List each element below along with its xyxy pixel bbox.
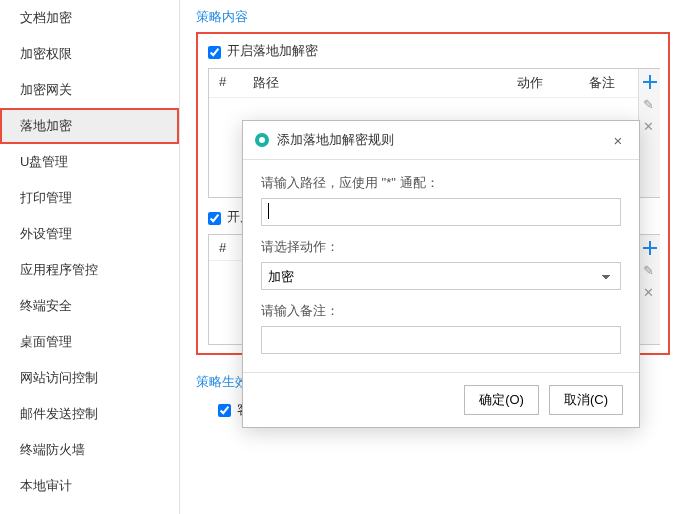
close-icon[interactable]: ×	[609, 132, 627, 149]
sidebar-item-print[interactable]: 打印管理	[0, 180, 179, 216]
action-select[interactable]: 加密	[261, 262, 621, 290]
enable-landing-label: 开启落地加解密	[227, 42, 318, 60]
sidebar-item-encrypt-gateway[interactable]: 加密网关	[0, 72, 179, 108]
dialog-body: 请输入路径，应使用 "*" 通配： 请选择动作： 加密 请输入备注：	[243, 160, 639, 372]
th-hash: #	[219, 74, 253, 92]
sidebar: 文档加密 加密权限 加密网关 落地加密 U盘管理 打印管理 外设管理 应用程序管…	[0, 0, 180, 514]
add-icon[interactable]	[643, 75, 657, 89]
edit-icon[interactable]	[643, 97, 657, 111]
section-title-policy: 策略内容	[196, 8, 670, 26]
path-label: 请输入路径，应使用 "*" 通配：	[261, 174, 621, 192]
sidebar-item-doc-encrypt[interactable]: 文档加密	[0, 0, 179, 36]
add-rule-dialog: 添加落地加解密规则 × 请输入路径，应使用 "*" 通配： 请选择动作： 加密 …	[242, 120, 640, 428]
ok-button[interactable]: 确定(O)	[464, 385, 539, 415]
enable-landing-checkbox[interactable]	[208, 46, 221, 59]
remark-label: 请输入备注：	[261, 302, 621, 320]
table-side-toolbar	[638, 69, 660, 197]
sidebar-item-app-control[interactable]: 应用程序管控	[0, 252, 179, 288]
cancel-button[interactable]: 取消(C)	[549, 385, 623, 415]
th-path: 路径	[253, 74, 517, 92]
sidebar-item-encrypt-perm[interactable]: 加密权限	[0, 36, 179, 72]
remark-input[interactable]	[261, 326, 621, 354]
edit-icon[interactable]	[643, 263, 657, 277]
sidebar-item-landing-encrypt[interactable]: 落地加密	[0, 108, 179, 144]
table-side-toolbar-2	[638, 235, 660, 344]
delete-icon[interactable]	[643, 119, 657, 133]
dialog-icon	[255, 133, 269, 147]
sidebar-item-local-audit[interactable]: 本地审计	[0, 468, 179, 504]
sidebar-item-web-access[interactable]: 网站访问控制	[0, 360, 179, 396]
sidebar-item-mail[interactable]: 邮件发送控制	[0, 396, 179, 432]
dialog-title: 添加落地加解密规则	[277, 131, 609, 149]
enable-second-checkbox[interactable]	[208, 212, 221, 225]
sidebar-item-usb[interactable]: U盘管理	[0, 144, 179, 180]
enable-landing-row: 开启落地加解密	[208, 42, 660, 68]
sidebar-item-desktop[interactable]: 桌面管理	[0, 324, 179, 360]
table-header: # 路径 动作 备注	[209, 69, 659, 97]
sidebar-item-terminal-security[interactable]: 终端安全	[0, 288, 179, 324]
client-online-checkbox[interactable]	[218, 404, 231, 417]
action-label: 请选择动作：	[261, 238, 621, 256]
dialog-header: 添加落地加解密规则 ×	[243, 121, 639, 160]
dialog-footer: 确定(O) 取消(C)	[243, 372, 639, 427]
delete-icon[interactable]	[643, 285, 657, 299]
sidebar-item-net-audit[interactable]: 网络审计	[0, 504, 179, 514]
add-icon[interactable]	[643, 241, 657, 255]
path-input[interactable]	[261, 198, 621, 226]
sidebar-item-peripheral[interactable]: 外设管理	[0, 216, 179, 252]
th-action: 动作	[517, 74, 589, 92]
sidebar-item-firewall[interactable]: 终端防火墙	[0, 432, 179, 468]
